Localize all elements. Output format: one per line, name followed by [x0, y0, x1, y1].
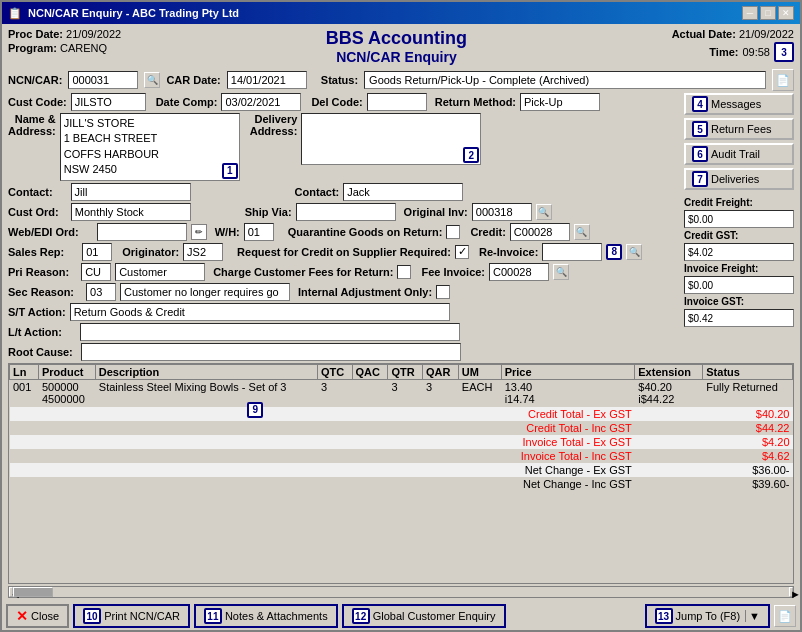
horizontal-scrollbar[interactable]: ◄ ► — [8, 586, 794, 598]
net-change-inc-value: $39.60- — [635, 477, 793, 491]
contact-right-label: Contact: — [295, 186, 340, 198]
footer: ✕ Close 10 Print NCN/CAR 11 Notes & Atta… — [2, 602, 800, 630]
cust-code-field[interactable]: JILSTO — [71, 93, 146, 111]
ncn-car-lookup[interactable]: 🔍 — [144, 72, 160, 88]
jump-to-dropdown-icon[interactable]: ▼ — [745, 610, 760, 622]
credit-total-ex-value: $40.20 — [635, 406, 793, 421]
web-edi-edit-icon[interactable]: ✏ — [191, 224, 207, 240]
cust-code-label: Cust Code: — [8, 96, 67, 108]
wh-label: W/H: — [215, 226, 240, 238]
messages-num: 4 — [692, 96, 708, 112]
scroll-right-arrow[interactable]: ► — [789, 587, 793, 597]
sales-rep-field[interactable]: 01 — [82, 243, 112, 261]
credit-gst-value: $4.02 — [684, 243, 794, 261]
credit-lookup[interactable]: 🔍 — [574, 224, 590, 240]
close-button[interactable]: ✕ — [778, 6, 794, 20]
notes-label: Notes & Attachments — [225, 610, 328, 622]
status-field[interactable]: Goods Return/Pick-Up - Complete (Archive… — [364, 71, 766, 89]
root-cause-field[interactable] — [81, 343, 461, 361]
sec-reason-code[interactable]: 03 — [86, 283, 116, 301]
notes-button[interactable]: 11 Notes & Attachments — [194, 604, 338, 628]
originator-field[interactable]: JS2 — [183, 243, 223, 261]
maximize-button[interactable]: □ — [760, 6, 776, 20]
name-address-field[interactable]: JILL'S STORE 1 BEACH STREET COFFS HARBOU… — [60, 113, 240, 181]
contact-field[interactable]: Jill — [71, 183, 191, 201]
original-inv-field[interactable]: 000318 — [472, 203, 532, 221]
credit-label: Credit: — [470, 226, 505, 238]
request-credit-label: Request for Credit on Supplier Required: — [237, 246, 451, 258]
st-action-field[interactable]: Return Goods & Credit — [70, 303, 450, 321]
close-button-footer[interactable]: ✕ Close — [6, 604, 69, 628]
net-change-ex-label: Net Change - Ex GST — [501, 463, 635, 477]
time-value: 09:58 — [742, 46, 770, 58]
invoice-gst-label: Invoice GST: — [684, 296, 744, 307]
page-icon-top[interactable]: 📄 — [772, 69, 794, 91]
app-icon: 📋 — [8, 7, 22, 20]
print-ncn-button[interactable]: 10 Print NCN/CAR — [73, 604, 190, 628]
audit-trail-button[interactable]: 6 Audit Trail — [684, 143, 794, 165]
charge-fees-checkbox[interactable] — [397, 265, 411, 279]
cust-ord-label: Cust Ord: — [8, 206, 59, 218]
reinvoice-lookup[interactable]: 🔍 — [626, 244, 642, 260]
invoice-total-inc-label: Invoice Total - Inc GST — [501, 449, 635, 463]
global-num: 12 — [352, 608, 370, 624]
jump-to-button[interactable]: 13 Jump To (F8) ▼ — [645, 604, 770, 628]
reinvoice-field[interactable] — [542, 243, 602, 261]
fee-invoice-lookup[interactable]: 🔍 — [553, 264, 569, 280]
del-code-field[interactable] — [367, 93, 427, 111]
delivery-address-field[interactable] — [301, 113, 481, 165]
car-date-field[interactable]: 14/01/2021 — [227, 71, 307, 89]
fee-invoice-field[interactable]: C00028 — [489, 263, 549, 281]
total-row-5: Net Change - Ex GST $36.00- — [10, 463, 793, 477]
invoice-freight-label: Invoice Freight: — [684, 263, 758, 274]
delivery-address-label2: Address: — [250, 125, 298, 137]
pri-reason-desc[interactable]: Customer — [115, 263, 205, 281]
print-num: 10 — [83, 608, 101, 624]
status-label: Status: — [321, 74, 358, 86]
root-cause-label: Root Cause: — [8, 346, 73, 358]
ncn-car-field[interactable]: 000031 — [68, 71, 138, 89]
total-row-4: Invoice Total - Inc GST $4.62 — [10, 449, 793, 463]
pri-reason-code[interactable]: CU — [81, 263, 111, 281]
internal-adj-label: Internal Adjustment Only: — [298, 286, 432, 298]
return-fees-num: 5 — [692, 121, 708, 137]
date-comp-field[interactable]: 03/02/2021 — [221, 93, 301, 111]
deliveries-label: Deliveries — [711, 173, 759, 185]
return-fees-button[interactable]: 5 Return Fees — [684, 118, 794, 140]
web-edi-field[interactable] — [97, 223, 187, 241]
deliveries-button[interactable]: 7 Deliveries — [684, 168, 794, 190]
credit-freight-value: $0.00 — [684, 210, 794, 228]
lt-action-field[interactable] — [80, 323, 460, 341]
wh-field[interactable]: 01 — [244, 223, 274, 241]
quarantine-checkbox[interactable] — [446, 225, 460, 239]
total-row-6: Net Change - Inc GST $39.60- — [10, 477, 793, 491]
credit-field[interactable]: C00028 — [510, 223, 570, 241]
messages-button[interactable]: 4 Messages — [684, 93, 794, 115]
contact-label: Contact: — [8, 186, 53, 198]
jump-to-num: 13 — [655, 608, 673, 624]
return-method-field[interactable]: Pick-Up — [520, 93, 600, 111]
ship-via-field[interactable] — [296, 203, 396, 221]
cell-price: 13.40i14.74 — [501, 379, 635, 406]
internal-adj-checkbox[interactable] — [436, 285, 450, 299]
fee-invoice-label: Fee Invoice: — [421, 266, 485, 278]
global-customer-button[interactable]: 12 Global Customer Enquiry — [342, 604, 506, 628]
notes-num: 11 — [204, 608, 222, 624]
footer-page-icon[interactable]: 📄 — [774, 605, 796, 627]
main-title-area: BBS Accounting NCN/CAR Enquiry — [326, 28, 467, 65]
cust-ord-field[interactable]: Monthly Stock — [71, 203, 191, 221]
close-x-icon: ✕ — [16, 608, 28, 624]
scroll-thumb[interactable] — [13, 587, 53, 597]
st-action-label: S/T Action: — [8, 306, 66, 318]
name-line1: JILL'S STORE — [64, 116, 236, 131]
ncn-car-label: NCN/CAR: — [8, 74, 62, 86]
contact-right-field[interactable]: Jack — [343, 183, 463, 201]
sec-reason-desc[interactable]: Customer no longer requires go — [120, 283, 290, 301]
minimize-button[interactable]: ─ — [742, 6, 758, 20]
invoice-freight-value: $0.00 — [684, 276, 794, 294]
originator-label: Originator: — [122, 246, 179, 258]
col-price: Price — [501, 364, 635, 379]
col-product: Product — [38, 364, 95, 379]
request-credit-checkbox[interactable]: ✓ — [455, 245, 469, 259]
original-inv-lookup[interactable]: 🔍 — [536, 204, 552, 220]
